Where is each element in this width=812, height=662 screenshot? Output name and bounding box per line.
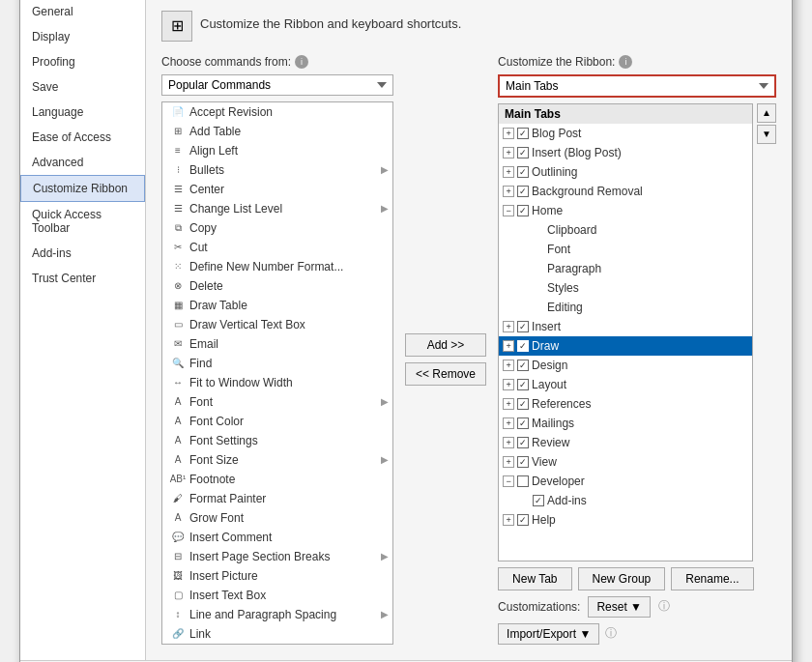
- remove-button[interactable]: << Remove: [405, 362, 486, 386]
- list-item[interactable]: ⊗Delete: [162, 276, 392, 296]
- sidebar-item-add-ins[interactable]: Add-ins: [20, 241, 145, 266]
- sidebar-item-language[interactable]: Language: [20, 100, 145, 125]
- tree-checkbox[interactable]: [517, 205, 529, 216]
- list-item[interactable]: 🖌Format Painter: [162, 489, 392, 508]
- down-button[interactable]: ▼: [757, 125, 776, 144]
- ribbon-dropdown[interactable]: Main Tabs: [498, 74, 776, 98]
- list-item[interactable]: 📄Accept Revision: [162, 102, 392, 122]
- list-item[interactable]: ↔Fit to Window Width: [162, 373, 392, 392]
- tree-item-draw[interactable]: +Draw: [499, 336, 752, 356]
- list-item[interactable]: AGrow Font: [162, 508, 392, 528]
- expand-button[interactable]: +: [503, 437, 514, 448]
- expand-button[interactable]: +: [503, 186, 514, 197]
- list-item[interactable]: AFont▶: [162, 392, 392, 412]
- tree-item-mailings[interactable]: +Mailings: [499, 414, 752, 433]
- bottom-tab-new-tab[interactable]: New Tab: [498, 567, 571, 590]
- expand-button[interactable]: +: [503, 514, 514, 526]
- tree-item-review[interactable]: +Review: [499, 433, 752, 452]
- sidebar-item-ease-of-access[interactable]: Ease of Access: [20, 125, 145, 150]
- bottom-tab-new-group[interactable]: New Group: [578, 567, 666, 590]
- list-item[interactable]: ↕Line and Paragraph Spacing▶: [162, 605, 392, 624]
- list-item[interactable]: ▢Insert Text Box: [162, 586, 392, 605]
- tree-checkbox[interactable]: [517, 186, 529, 197]
- customize-ribbon-info-icon[interactable]: i: [619, 55, 632, 69]
- tree-item-help[interactable]: +Help: [499, 510, 752, 530]
- tree-item-view[interactable]: +View: [499, 452, 752, 472]
- sidebar-item-display[interactable]: Display: [20, 24, 145, 49]
- commands-list-box[interactable]: 📄Accept Revision⊞Add Table≡Align Left⁝Bu…: [161, 101, 393, 645]
- tree-checkbox[interactable]: [517, 379, 529, 390]
- expand-button[interactable]: +: [503, 340, 514, 352]
- tree-checkbox[interactable]: [517, 340, 529, 352]
- import-export-button[interactable]: Import/Export ▼: [498, 623, 599, 645]
- list-item[interactable]: ⊟Insert Page Section Breaks▶: [162, 547, 392, 566]
- expand-button[interactable]: +: [503, 321, 514, 332]
- tree-item-editing[interactable]: Editing: [499, 298, 752, 317]
- expand-button[interactable]: +: [503, 360, 514, 371]
- list-item[interactable]: ⊞Add Table: [162, 122, 392, 141]
- list-item[interactable]: ⁝Bullets▶: [162, 160, 392, 180]
- list-item[interactable]: 💬Insert Comment: [162, 528, 392, 547]
- list-item[interactable]: AFont Size▶: [162, 450, 392, 470]
- tree-item-layout[interactable]: +Layout: [499, 375, 752, 394]
- tree-checkbox[interactable]: [517, 166, 529, 178]
- tree-item-paragraph[interactable]: Paragraph: [499, 259, 752, 278]
- tree-item-outlining[interactable]: +Outlining: [499, 162, 752, 182]
- sidebar-item-save[interactable]: Save: [20, 74, 145, 100]
- list-item[interactable]: 🖼Insert Picture: [162, 566, 392, 586]
- tree-item-bg-removal[interactable]: +Background Removal: [499, 182, 752, 201]
- tree-checkbox[interactable]: [517, 128, 529, 139]
- tree-checkbox[interactable]: [517, 417, 529, 429]
- expand-button[interactable]: +: [503, 166, 514, 178]
- expand-button[interactable]: −: [503, 475, 514, 487]
- expand-button[interactable]: +: [503, 417, 514, 429]
- reset-button[interactable]: Reset ▼: [588, 596, 651, 618]
- sidebar-item-customize-ribbon[interactable]: Customize Ribbon: [20, 175, 145, 202]
- sidebar-item-proofing[interactable]: Proofing: [20, 49, 145, 74]
- tree-item-design[interactable]: +Design: [499, 356, 752, 375]
- list-item[interactable]: ✉Email: [162, 334, 392, 354]
- list-item[interactable]: AFont Settings: [162, 431, 392, 450]
- tree-item-insert[interactable]: +Insert: [499, 317, 752, 336]
- tree-checkbox[interactable]: [517, 398, 529, 410]
- list-item[interactable]: ☰Change List Level▶: [162, 199, 392, 218]
- tree-item-blog-post[interactable]: +Blog Post: [499, 124, 752, 143]
- tree-checkbox[interactable]: [517, 475, 529, 487]
- commands-dropdown[interactable]: Popular Commands: [161, 74, 393, 96]
- tree-item-references[interactable]: +References: [499, 394, 752, 414]
- list-item[interactable]: 🔍Find: [162, 354, 392, 373]
- tree-item-home[interactable]: −Home: [499, 201, 752, 220]
- tree-item-styles[interactable]: Styles: [499, 278, 752, 298]
- expand-button[interactable]: +: [503, 128, 514, 139]
- list-item[interactable]: ▦Draw Table: [162, 296, 392, 315]
- tree-item-font[interactable]: Font: [499, 240, 752, 259]
- tree-checkbox[interactable]: [517, 321, 529, 332]
- sidebar-item-general[interactable]: General: [20, 0, 145, 24]
- list-item[interactable]: ✂Cut: [162, 238, 392, 257]
- tree-checkbox[interactable]: [517, 456, 529, 468]
- tree-checkbox[interactable]: [517, 437, 529, 448]
- sidebar-item-trust-center[interactable]: Trust Center: [20, 266, 145, 291]
- tree-item-clipboard[interactable]: Clipboard: [499, 220, 752, 240]
- expand-button[interactable]: +: [503, 398, 514, 410]
- expand-button[interactable]: −: [503, 205, 514, 216]
- expand-button[interactable]: +: [503, 456, 514, 468]
- sidebar-item-quick-access[interactable]: Quick Access Toolbar: [20, 202, 145, 241]
- sidebar-item-advanced[interactable]: Advanced: [20, 150, 145, 175]
- expand-button[interactable]: +: [503, 147, 514, 158]
- tree-checkbox[interactable]: [517, 147, 529, 158]
- tree-checkbox[interactable]: [517, 360, 529, 371]
- up-button[interactable]: ▲: [757, 103, 776, 123]
- list-item[interactable]: AB¹Footnote: [162, 470, 392, 489]
- list-item[interactable]: ⧉Copy: [162, 218, 392, 238]
- add-button[interactable]: Add >>: [405, 333, 486, 357]
- list-item[interactable]: ▭Draw Vertical Text Box: [162, 315, 392, 334]
- list-item[interactable]: ☰Center: [162, 180, 392, 199]
- choose-commands-info-icon[interactable]: i: [295, 55, 308, 69]
- bottom-tab-rename...[interactable]: Rename...: [671, 567, 753, 590]
- tree-checkbox[interactable]: [517, 514, 529, 526]
- expand-button[interactable]: +: [503, 379, 514, 390]
- tree-item-add-ins[interactable]: Add-ins: [499, 491, 752, 510]
- ribbon-tree-box[interactable]: Main Tabs+Blog Post+Insert (Blog Post)+O…: [498, 103, 753, 561]
- list-item[interactable]: ≡Align Left: [162, 141, 392, 160]
